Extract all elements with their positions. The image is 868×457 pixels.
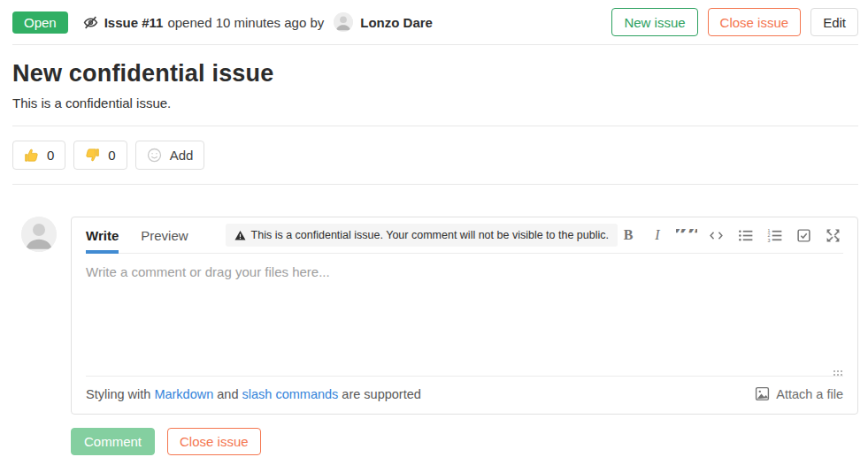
confidential-eye-slash-icon: [83, 15, 98, 30]
add-award-label: Add: [170, 148, 194, 163]
comment-submit-button[interactable]: Comment: [71, 428, 155, 455]
comment-editor: Write Preview This is a confidential iss…: [71, 217, 858, 415]
issue-page: Open Issue #11 opened 10 minutes ago by …: [0, 0, 868, 455]
author-avatar[interactable]: [334, 12, 353, 32]
markdown-link[interactable]: Markdown: [154, 387, 213, 401]
attach-file-button[interactable]: Attach a file: [755, 386, 843, 401]
attach-file-label: Attach a file: [776, 387, 843, 401]
bullet-list-icon[interactable]: [734, 225, 756, 246]
styling-prefix: Styling with: [86, 387, 150, 401]
edit-button[interactable]: Edit: [810, 8, 858, 36]
resize-grip-handle[interactable]: [832, 369, 843, 377]
slash-commands-link[interactable]: slash commands: [242, 387, 339, 401]
svg-text:3: 3: [767, 237, 770, 242]
issue-body: New confidential issue This is a confide…: [12, 60, 858, 126]
header-actions: New issue Close issue Edit: [611, 8, 858, 36]
thumbs-up-icon: [24, 148, 39, 163]
confidential-warning-banner: This is a confidential issue. Your comme…: [226, 224, 618, 247]
supported-text: are supported: [342, 387, 420, 401]
bold-icon[interactable]: B: [618, 225, 639, 246]
task-list-icon[interactable]: [793, 225, 814, 246]
editor-header: Write Preview This is a confidential iss…: [86, 217, 843, 254]
comment-form: Write Preview This is a confidential iss…: [71, 217, 858, 455]
issue-title: New confidential issue: [12, 60, 858, 88]
add-award-button[interactable]: Add: [135, 141, 205, 170]
tab-preview[interactable]: Preview: [141, 217, 188, 253]
quote-icon[interactable]: ””: [676, 229, 697, 241]
and-text: and: [217, 387, 238, 401]
markdown-toolbar: B I ””: [618, 225, 843, 246]
confidential-warning-text: This is a confidential issue. Your comme…: [251, 229, 609, 241]
tab-write[interactable]: Write: [86, 217, 119, 253]
close-issue-button-bottom[interactable]: Close issue: [167, 428, 261, 455]
code-icon[interactable]: [705, 225, 726, 246]
new-issue-button[interactable]: New issue: [611, 8, 697, 36]
smiley-face-icon: [147, 148, 162, 163]
close-issue-button-top[interactable]: Close issue: [708, 8, 802, 36]
thumbs-up-button[interactable]: 0: [12, 141, 65, 170]
issue-header: Open Issue #11 opened 10 minutes ago by …: [12, 0, 858, 45]
editor-footer: Styling with Markdown and slash commands…: [72, 377, 857, 414]
thumbs-down-icon: [85, 148, 100, 163]
opened-timestamp: opened 10 minutes ago by: [167, 15, 324, 30]
italic-icon[interactable]: I: [647, 225, 668, 246]
editor-resize-divider: [86, 376, 843, 377]
author-name[interactable]: Lonzo Dare: [360, 15, 433, 30]
styling-hint: Styling with Markdown and slash commands…: [86, 387, 421, 401]
thumbs-up-count: 0: [47, 148, 54, 163]
issue-description: This is a confidential issue.: [12, 95, 858, 110]
current-user-avatar: [21, 217, 57, 252]
warning-triangle-icon: [234, 230, 246, 241]
thumbs-down-count: 0: [108, 148, 115, 163]
fullscreen-icon[interactable]: [822, 225, 843, 246]
issue-reference: Issue #11: [104, 15, 164, 30]
award-emoji-row: 0 0 Add: [12, 126, 858, 185]
comment-textarea[interactable]: [72, 254, 857, 376]
status-badge: Open: [12, 11, 68, 34]
attach-image-icon: [755, 386, 770, 401]
numbered-list-icon[interactable]: 1 2 3: [764, 225, 785, 246]
thumbs-down-button[interactable]: 0: [73, 141, 127, 170]
new-comment-section: Write Preview This is a confidential iss…: [12, 217, 858, 455]
comment-actions: Comment Close issue: [71, 428, 858, 455]
